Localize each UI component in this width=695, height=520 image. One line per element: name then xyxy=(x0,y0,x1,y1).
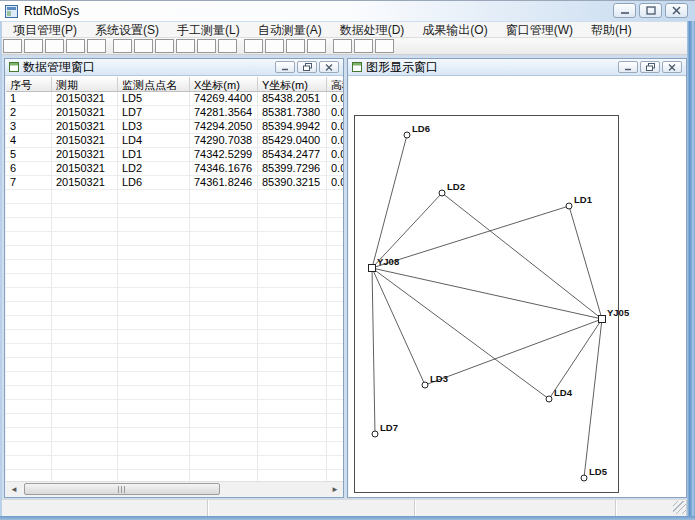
graph-window-titlebar[interactable]: 图形显示窗口 xyxy=(348,59,686,76)
toolbar-button[interactable] xyxy=(87,39,106,53)
table-row[interactable] xyxy=(6,218,343,232)
table-cell xyxy=(118,414,190,428)
plot-edge-YJ05-LD1 xyxy=(569,206,602,319)
scroll-left-arrow-icon[interactable]: ◄ xyxy=(6,482,22,496)
toolbar-button[interactable] xyxy=(155,39,174,53)
column-header[interactable]: Y坐标(m) xyxy=(258,77,327,91)
table-row[interactable]: 720150321LD674361.824685390.32150.0000 xyxy=(6,176,343,190)
minimize-button[interactable] xyxy=(613,3,636,18)
toolbar-button[interactable] xyxy=(333,39,352,53)
menu-item[interactable]: 系统设置(S) xyxy=(86,22,168,38)
table-row[interactable] xyxy=(6,302,343,316)
column-header[interactable]: 序号 xyxy=(6,77,52,91)
table-cell xyxy=(327,358,343,372)
table-cell xyxy=(52,358,118,372)
table-row[interactable] xyxy=(6,372,343,386)
table-row[interactable]: 620150321LD274346.167685399.72960.0000 xyxy=(6,162,343,176)
table-row[interactable] xyxy=(6,246,343,260)
toolbar-button[interactable] xyxy=(286,39,305,53)
toolbar-button[interactable] xyxy=(265,39,284,53)
toolbar-button[interactable] xyxy=(197,39,216,53)
table-cell xyxy=(258,428,327,442)
table-row[interactable] xyxy=(6,358,343,372)
table-row[interactable] xyxy=(6,386,343,400)
horizontal-scrollbar[interactable]: ◄ ► xyxy=(6,481,343,496)
data-window-minimize-button[interactable] xyxy=(275,61,295,73)
table-cell xyxy=(258,288,327,302)
window-border-right xyxy=(687,21,695,516)
menu-item[interactable]: 数据处理(D) xyxy=(331,22,414,38)
toolbar-button[interactable] xyxy=(244,39,263,53)
toolbar-button[interactable] xyxy=(354,39,373,53)
scrollbar-thumb[interactable] xyxy=(24,483,220,495)
column-header[interactable]: 高程(m) xyxy=(327,77,343,91)
table-row[interactable] xyxy=(6,316,343,330)
table-cell xyxy=(258,260,327,274)
table-cell: 85394.9942 xyxy=(258,120,327,134)
table-cell xyxy=(258,386,327,400)
graph-window-close-button[interactable] xyxy=(662,61,682,73)
scroll-right-arrow-icon[interactable]: ► xyxy=(327,482,343,496)
toolbar-button[interactable] xyxy=(3,39,22,53)
menu-item[interactable]: 手工测量(L) xyxy=(168,22,249,38)
table-row[interactable]: 320150321LD374294.205085394.99420.0000 xyxy=(6,120,343,134)
data-window-restore-button[interactable] xyxy=(297,61,317,73)
table-cell xyxy=(190,456,258,470)
table-row[interactable] xyxy=(6,232,343,246)
toolbar-button[interactable] xyxy=(375,39,394,53)
table-cell xyxy=(190,218,258,232)
table-row[interactable] xyxy=(6,288,343,302)
titlebar[interactable]: RtdMoSys xyxy=(0,1,695,21)
close-button[interactable] xyxy=(665,3,688,18)
table-cell: LD3 xyxy=(118,120,190,134)
table-cell xyxy=(190,386,258,400)
table-row[interactable] xyxy=(6,260,343,274)
column-header[interactable]: 监测点点名 xyxy=(118,77,190,91)
graph-window-restore-button[interactable] xyxy=(640,61,660,73)
toolbar-button[interactable] xyxy=(113,39,132,53)
toolbar-button[interactable] xyxy=(134,39,153,53)
graph-window-minimize-button[interactable] xyxy=(618,61,638,73)
resize-grip[interactable] xyxy=(673,501,686,514)
toolbar-button[interactable] xyxy=(24,39,43,53)
toolbar-button[interactable] xyxy=(307,39,326,53)
table-cell xyxy=(52,414,118,428)
table-cell xyxy=(6,302,52,316)
table-cell xyxy=(52,288,118,302)
menu-item[interactable]: 自动测量(A) xyxy=(249,22,331,38)
table-row[interactable]: 420150321LD474290.703885429.04000.0000 xyxy=(6,134,343,148)
data-window-close-button[interactable] xyxy=(319,61,339,73)
table-cell: 7 xyxy=(6,176,52,190)
table-row[interactable] xyxy=(6,442,343,456)
table-cell xyxy=(118,246,190,260)
menu-item[interactable]: 成果输出(O) xyxy=(413,22,496,38)
table-row[interactable] xyxy=(6,330,343,344)
menu-item[interactable]: 窗口管理(W) xyxy=(497,22,582,38)
table-cell xyxy=(6,288,52,302)
toolbar-button[interactable] xyxy=(218,39,237,53)
table-row[interactable] xyxy=(6,204,343,218)
menu-item[interactable]: 帮助(H) xyxy=(582,22,641,38)
data-window-title: 数据管理窗口 xyxy=(23,59,95,76)
table-row[interactable] xyxy=(6,414,343,428)
table-row[interactable] xyxy=(6,456,343,470)
toolbar-button[interactable] xyxy=(66,39,85,53)
toolbar-button[interactable] xyxy=(176,39,195,53)
table-row[interactable]: 220150321LD774281.356485381.73800.0000 xyxy=(6,106,343,120)
table-row[interactable] xyxy=(6,190,343,204)
maximize-button[interactable] xyxy=(639,3,662,18)
table-row[interactable] xyxy=(6,344,343,358)
data-window-titlebar[interactable]: 数据管理窗口 xyxy=(5,59,343,76)
column-header[interactable]: X坐标(m) xyxy=(190,77,258,91)
app-window: RtdMoSys 项目管理(P)系统设置(S)手工测量(L)自动测量(A)数据处… xyxy=(0,0,695,520)
table-cell xyxy=(6,358,52,372)
table-row[interactable]: 120150321LD574269.440085438.20510.0000 xyxy=(6,92,343,106)
table-row[interactable] xyxy=(6,400,343,414)
toolbar-button[interactable] xyxy=(45,39,64,53)
column-header[interactable]: 测期 xyxy=(52,77,118,91)
menu-item[interactable]: 项目管理(P) xyxy=(4,22,86,38)
table-row[interactable]: 520150321LD174342.529985434.24770.0000 xyxy=(6,148,343,162)
table-row[interactable] xyxy=(6,428,343,442)
table-cell xyxy=(190,428,258,442)
table-row[interactable] xyxy=(6,274,343,288)
